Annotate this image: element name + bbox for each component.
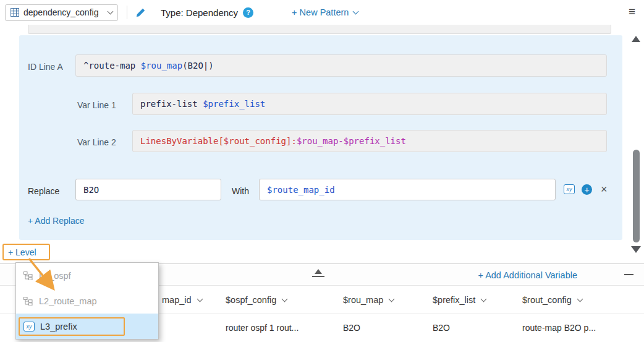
pattern-block: ID Line A ^route-map $rou_map(B2O|) Var … <box>19 35 622 240</box>
add-replace-link[interactable]: + Add Replace <box>28 216 84 226</box>
column-header[interactable]: $rout_config <box>522 295 582 305</box>
column-filter-chevron-icon[interactable] <box>577 296 583 302</box>
table-grid-icon <box>11 8 19 17</box>
chevron-down-icon <box>108 9 114 15</box>
column-header-label: map_id <box>162 295 192 305</box>
level-menu-item-label: L1_ospf <box>39 271 71 281</box>
code-segment: ^route-map <box>83 61 141 71</box>
id-line-a-label: ID Line A <box>28 62 63 72</box>
help-icon[interactable]: ? <box>243 7 253 18</box>
scrolled-input-remnant <box>28 25 611 34</box>
collapse-panel-button[interactable] <box>312 269 324 277</box>
table-cell: B2O <box>343 323 360 333</box>
pattern-selector-value: dependency_config <box>23 7 98 17</box>
pattern-selector[interactable]: dependency_config <box>5 4 118 21</box>
table-cell: router ospf 1 rout... <box>226 323 299 333</box>
column-header[interactable]: $rou_map <box>343 295 394 305</box>
minimize-panel-button[interactable] <box>624 269 634 280</box>
column-filter-chevron-icon[interactable] <box>389 296 395 302</box>
hierarchy-icon <box>23 297 33 306</box>
code-segment: LinesByVariable[$rout_config]: <box>140 136 297 146</box>
new-pattern-button[interactable]: + New Pattern <box>292 7 358 17</box>
toolbar-divider <box>127 6 127 19</box>
var-line-1-label: Var Line 1 <box>77 100 116 110</box>
code-segment-variable: $rou_map-$prefix_list <box>297 136 406 146</box>
add-additional-variable-link[interactable]: + Add Additional Variable <box>478 270 577 280</box>
column-filter-chevron-icon[interactable] <box>282 296 288 302</box>
pattern-editor-screen: dependency_config Type: Dependency ? + N… <box>0 0 644 342</box>
code-segment: prefix-list <box>140 99 203 109</box>
level-menu-item-label: L2_route_map <box>39 296 97 306</box>
menu-icon[interactable]: ≡ <box>629 6 635 18</box>
add-level-link[interactable]: + Level <box>8 247 36 257</box>
level-menu-item-l1-ospf[interactable]: L1_ospf <box>16 263 158 288</box>
variable-icon: xy <box>23 322 35 331</box>
scrollbar-thumb[interactable] <box>633 150 640 242</box>
code-segment-variable: $rou_map <box>141 61 182 71</box>
level-menu-item-l2-route-map[interactable]: L2_route_map <box>16 288 158 314</box>
level-menu-item-l3-prefix[interactable]: xy L3_prefix <box>16 314 158 339</box>
code-segment-variable: $prefix_list <box>203 99 265 109</box>
column-header-label: $ospf_config <box>226 295 276 305</box>
chevron-down-icon <box>353 9 359 15</box>
close-icon[interactable]: × <box>601 184 608 194</box>
replace-value: B2O <box>83 185 99 195</box>
variable-icon[interactable]: xy <box>564 184 575 194</box>
hierarchy-icon <box>23 271 33 280</box>
column-header-label: $prefix_list <box>433 295 475 305</box>
new-pattern-label: + New Pattern <box>292 7 349 17</box>
replace-label: Replace <box>28 186 59 196</box>
column-filter-chevron-icon[interactable] <box>197 296 203 302</box>
scroll-up-arrow[interactable] <box>632 36 640 42</box>
replace-input[interactable]: B2O <box>75 179 221 200</box>
var-line-1-input[interactable]: prefix-list $prefix_list <box>132 93 607 115</box>
edit-pattern-icon[interactable] <box>135 7 146 18</box>
column-header-label: $rou_map <box>343 295 383 305</box>
scroll-down-arrow[interactable] <box>631 246 641 253</box>
id-line-a-input[interactable]: ^route-map $rou_map(B2O|) <box>75 54 607 77</box>
with-input[interactable]: $route_map_id <box>259 179 556 200</box>
add-icon[interactable]: + <box>582 184 592 195</box>
column-header[interactable]: $ospf_config <box>226 295 287 305</box>
toolbar: dependency_config Type: Dependency ? + N… <box>0 0 644 25</box>
triangle-up-icon <box>315 269 322 274</box>
code-segment: (B2O|) <box>182 61 214 71</box>
with-value: $route_map_id <box>267 185 335 195</box>
table-cell: B2O <box>433 323 450 333</box>
var-line-2-label: Var Line 2 <box>77 137 116 147</box>
table-cell: route-map B2O p... <box>522 323 596 333</box>
var-line-2-input[interactable]: LinesByVariable[$rout_config]:$rou_map-$… <box>132 130 607 152</box>
column-header-label: $rout_config <box>522 295 572 305</box>
with-label: With <box>232 186 249 196</box>
menu-item-highlight-box: xy L3_prefix <box>19 317 125 336</box>
level-highlight-box: + Level <box>2 244 50 260</box>
pattern-type: Type: Dependency ? <box>161 7 253 18</box>
minus-icon <box>624 274 633 275</box>
column-header[interactable]: map_id <box>162 295 202 305</box>
pattern-type-label: Type: Dependency <box>161 7 238 18</box>
collapse-underline <box>312 276 324 277</box>
column-header[interactable]: $prefix_list <box>433 295 486 305</box>
level-menu-item-label: L3_prefix <box>40 322 77 331</box>
column-filter-chevron-icon[interactable] <box>481 296 487 302</box>
level-dropdown-menu: L1_ospf L2_route_map xy L3_prefix <box>15 262 159 340</box>
